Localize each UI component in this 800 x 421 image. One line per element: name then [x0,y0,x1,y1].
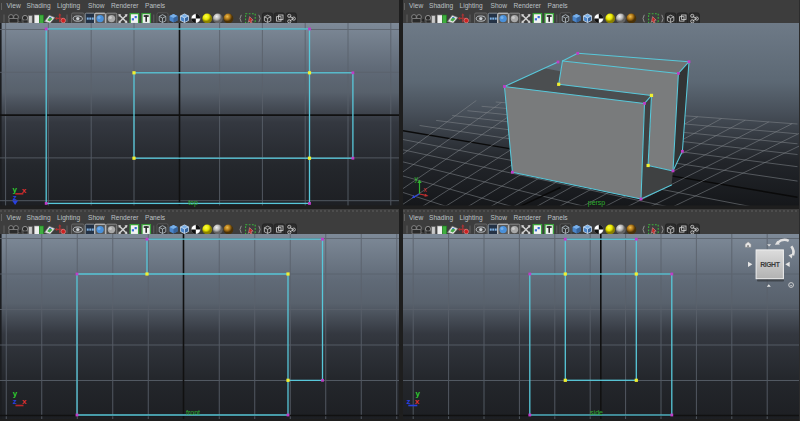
svg-text:side: side [590,409,603,416]
svg-text:top: top [188,199,198,207]
svg-text:RIGHT: RIGHT [760,261,780,268]
svg-text:z: z [406,397,410,406]
svg-text:z: z [13,397,17,406]
svg-text:front: front [186,409,200,416]
svg-text:persp: persp [587,199,605,207]
